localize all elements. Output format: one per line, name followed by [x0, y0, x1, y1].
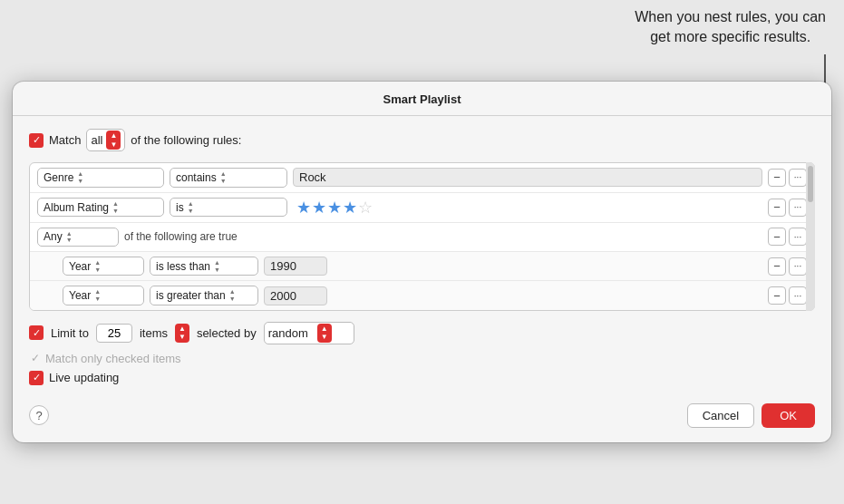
year1-condition-arrows: ▲ ▼ [214, 259, 220, 273]
help-button[interactable]: ? [29, 405, 49, 425]
year1-rule-actions: − ··· [768, 257, 807, 276]
genre-field-label: Genre [44, 171, 73, 184]
match-suffix: of the following rules: [131, 133, 241, 147]
ok-button[interactable]: OK [762, 403, 815, 428]
limit-value-input[interactable] [96, 324, 132, 343]
items-stepper-up: ▲ [179, 325, 186, 334]
match-value-stepper[interactable]: all ▲ ▼ [86, 129, 125, 151]
match-value-text: all [91, 133, 102, 147]
genre-value-input[interactable] [293, 168, 762, 187]
year2-value-input[interactable] [264, 286, 327, 305]
album-rating-field-arrows: ▲ ▼ [112, 200, 119, 214]
year2-minus-btn[interactable]: − [768, 286, 786, 305]
limit-row: ✓ Limit to items ▲ ▼ selected by random … [29, 322, 815, 344]
star-1: ★ [296, 198, 311, 218]
selected-by-value: random [268, 326, 308, 340]
any-rule-actions: − ··· [768, 228, 807, 246]
album-rating-condition-arrows: ▲ ▼ [188, 200, 194, 214]
year1-field-arrows: ▲ ▼ [94, 259, 101, 273]
year2-condition-select[interactable]: is greater than ▲ ▼ [150, 286, 258, 305]
album-rating-condition-select[interactable]: is ▲ ▼ [170, 198, 287, 217]
year1-condition-label: is less than [156, 260, 210, 273]
year2-condition-label: is greater than [156, 289, 226, 302]
year2-condition-arrows: ▲ ▼ [229, 288, 236, 302]
smart-playlist-dialog: Smart Playlist ✓ Match all ▲ ▼ of the fo… [13, 82, 831, 442]
genre-rule-actions: − ··· [768, 169, 807, 187]
selected-by-up: ▲ [321, 325, 328, 334]
year1-more-btn[interactable]: ··· [789, 257, 807, 276]
dialog-body: ✓ Match all ▲ ▼ of the following rules: … [13, 116, 831, 385]
live-updating-check: ✓ [33, 373, 41, 383]
items-stepper[interactable]: ▲ ▼ [175, 324, 189, 343]
genre-condition-label: contains [176, 171, 217, 184]
genre-minus-btn[interactable]: − [768, 169, 786, 187]
match-stepper-down: ▼ [110, 141, 117, 150]
rule-row-album-rating: Album Rating ▲ ▼ is ▲ ▼ [30, 193, 814, 223]
genre-more-btn[interactable]: ··· [789, 169, 807, 187]
items-stepper-down: ▼ [179, 333, 186, 342]
tooltip-line2: get more specific results. [635, 27, 826, 47]
nested-rule-row-year1: Year ▲ ▼ is less than ▲ ▼ [30, 252, 814, 281]
genre-condition-select[interactable]: contains ▲ ▼ [170, 168, 287, 187]
genre-condition-arrows: ▲ ▼ [220, 170, 227, 184]
genre-field-select[interactable]: Genre ▲ ▼ [37, 168, 164, 187]
year1-field-label: Year [69, 260, 91, 273]
live-updating-checkbox[interactable]: ✓ [29, 371, 44, 385]
any-more-btn[interactable]: ··· [789, 228, 807, 246]
genre-field-arrows: ▲ ▼ [77, 170, 83, 184]
selected-by-arrows[interactable]: ▲ ▼ [317, 324, 332, 343]
match-stepper-arrows[interactable]: ▲ ▼ [106, 131, 121, 150]
limit-label: Limit to [51, 326, 89, 340]
any-field-select[interactable]: Any ▲ ▼ [37, 228, 119, 247]
rule-row-genre: Genre ▲ ▼ contains ▲ ▼ [30, 163, 814, 192]
rules-scrollbar-thumb[interactable] [808, 166, 813, 202]
year2-field-arrows: ▲ ▼ [94, 288, 101, 302]
selected-by-stepper[interactable]: random ▲ ▼ [264, 322, 354, 344]
help-icon: ? [35, 409, 42, 422]
album-rating-minus-btn[interactable]: − [768, 199, 786, 217]
selected-by-down: ▼ [321, 333, 328, 342]
album-rating-condition-label: is [176, 201, 184, 214]
album-rating-rule-actions: − ··· [768, 199, 807, 217]
live-updating-label: Live updating [49, 371, 119, 384]
any-field-label: Any [44, 230, 63, 243]
nested-rule-row-year2: Year ▲ ▼ is greater than ▲ ▼ [30, 281, 814, 309]
match-checked-row: ✓ Match only checked items [29, 352, 815, 365]
dialog-title: Smart Playlist [13, 82, 831, 116]
star-2: ★ [312, 198, 326, 218]
match-checked-label: Match only checked items [45, 352, 181, 365]
year2-more-btn[interactable]: ··· [789, 286, 807, 305]
star-4: ★ [343, 198, 357, 218]
year2-rule-actions: − ··· [768, 286, 807, 305]
year1-condition-select[interactable]: is less than ▲ ▼ [150, 257, 258, 276]
tooltip-line1: When you nest rules, you can [635, 7, 826, 27]
star-3: ★ [327, 198, 342, 218]
year2-field-select[interactable]: Year ▲ ▼ [63, 286, 144, 305]
any-minus-btn[interactable]: − [768, 228, 786, 246]
dialog-footer: ? Cancel OK [13, 394, 831, 428]
any-field-arrows: ▲ ▼ [66, 230, 73, 244]
album-rating-field-label: Album Rating [44, 201, 109, 214]
items-label: items [140, 326, 168, 340]
match-checkbox[interactable]: ✓ [29, 133, 44, 148]
match-checkbox-check: ✓ [33, 135, 41, 145]
year1-field-select[interactable]: Year ▲ ▼ [63, 257, 144, 276]
footer-buttons: Cancel OK [687, 403, 815, 428]
rules-area: Genre ▲ ▼ contains ▲ ▼ [29, 162, 815, 311]
rules-wrapper: Genre ▲ ▼ contains ▲ ▼ [29, 162, 815, 311]
star-5: ☆ [358, 198, 373, 218]
album-rating-stars[interactable]: ★ ★ ★ ★ ☆ [293, 198, 376, 218]
tooltip: When you nest rules, you can get more sp… [635, 7, 826, 48]
year1-value-input[interactable] [264, 257, 327, 276]
rules-scrollbar-track[interactable] [806, 162, 815, 311]
cancel-button[interactable]: Cancel [687, 403, 754, 428]
match-checked-icon: ✓ [31, 352, 40, 364]
match-label: Match [49, 133, 81, 147]
year1-minus-btn[interactable]: − [768, 257, 786, 276]
match-stepper-up: ▲ [110, 131, 117, 141]
limit-checkbox-check: ✓ [33, 328, 41, 338]
limit-checkbox[interactable]: ✓ [29, 325, 44, 340]
album-rating-field-select[interactable]: Album Rating ▲ ▼ [37, 198, 164, 217]
any-of-following-label: of the following are true [124, 230, 238, 243]
album-rating-more-btn[interactable]: ··· [789, 199, 807, 217]
